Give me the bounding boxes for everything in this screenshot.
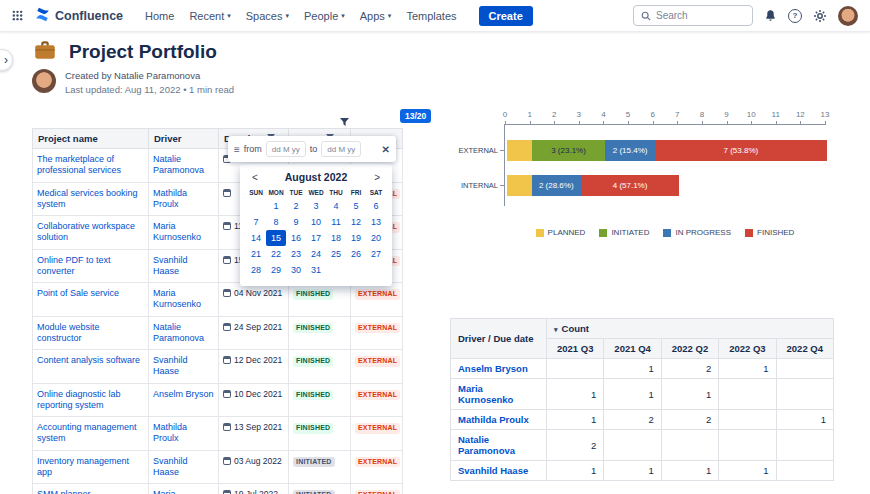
close-icon[interactable]: ✕	[382, 144, 390, 155]
driver-link[interactable]: Maria Kurnosenko	[153, 288, 201, 309]
calendar-day[interactable]: 19	[346, 230, 366, 246]
pivot-row: Svanhild Haase1111	[451, 461, 834, 481]
next-month-button[interactable]: >	[372, 172, 382, 183]
project-link[interactable]: Accounting management system	[37, 422, 137, 443]
confluence-brand[interactable]: Confluence	[35, 7, 123, 25]
column-header-project-name[interactable]: Project name	[33, 129, 149, 149]
pivot-quarter-header: 2021 Q3	[547, 339, 604, 359]
settings-gear-icon[interactable]	[813, 9, 827, 23]
search-box[interactable]	[633, 5, 753, 26]
calendar-day[interactable]: 11	[326, 214, 346, 230]
calendar-day[interactable]: 24	[306, 246, 326, 262]
calendar-day[interactable]: 18	[326, 230, 346, 246]
app-switcher-icon[interactable]	[12, 10, 23, 21]
calendar-grid: 1234567891011121314151617181920212223242…	[246, 198, 386, 278]
chart-x-ticks: 012345678910111213	[505, 110, 825, 124]
project-link[interactable]: Inventory management app	[37, 456, 129, 477]
calendar-day[interactable]: 17	[306, 230, 326, 246]
status-cell: FINISHED	[289, 283, 351, 317]
calendar-day[interactable]: 28	[246, 262, 266, 278]
pivot-driver-link[interactable]: Natalie Paramonova	[458, 434, 515, 456]
nav-item-templates[interactable]: Templates	[406, 10, 456, 22]
project-link[interactable]: SMM planner	[37, 489, 91, 494]
driver-link[interactable]: Maria Kurnosenko	[153, 221, 201, 242]
pivot-driver-link[interactable]: Maria Kurnosenko	[458, 383, 513, 405]
calendar-day[interactable]: 13	[366, 214, 386, 230]
calendar-day[interactable]: 15	[266, 230, 286, 246]
project-link[interactable]: The marketplace of professional services	[37, 154, 121, 175]
legend-item-planned: PLANNED	[536, 228, 586, 237]
prev-month-button[interactable]: <	[250, 172, 260, 183]
project-link[interactable]: Collaborative workspace solution	[37, 221, 135, 242]
nav-item-home[interactable]: Home	[145, 10, 174, 22]
nav-item-recent[interactable]: Recent▾	[189, 10, 230, 22]
date-from-input[interactable]	[266, 141, 306, 157]
calendar-day[interactable]: 20	[366, 230, 386, 246]
calendar-day[interactable]: 8	[266, 214, 286, 230]
nav-item-apps[interactable]: Apps▾	[360, 10, 392, 22]
driver-link[interactable]: Anselm Bryson	[153, 389, 214, 399]
project-link[interactable]: Module website constructor	[37, 322, 100, 343]
project-link[interactable]: Online diagnostic lab reporting system	[37, 389, 121, 410]
calendar-day[interactable]: 12	[346, 214, 366, 230]
search-input[interactable]	[656, 10, 745, 21]
calendar-day[interactable]: 6	[366, 198, 386, 214]
calendar-day[interactable]: 29	[266, 262, 286, 278]
calendar-day[interactable]: 27	[366, 246, 386, 262]
pivot-driver-link[interactable]: Mathilda Proulx	[458, 414, 529, 425]
weekday-label: THU	[326, 189, 346, 196]
calendar-day[interactable]: 5	[346, 198, 366, 214]
driver-cell: Maria Kurnosenko	[149, 216, 219, 250]
driver-link[interactable]: Maria Kurnosenko	[153, 489, 201, 494]
due-date-cell: 19 Jul 2022	[219, 484, 289, 494]
driver-link[interactable]: Mathilda Proulx	[153, 188, 187, 209]
help-icon[interactable]: ?	[788, 9, 802, 23]
driver-link[interactable]: Natalie Paramonova	[153, 154, 204, 175]
driver-link[interactable]: Svanhild Haase	[153, 355, 188, 376]
calendar-day[interactable]: 9	[286, 214, 306, 230]
calendar-day[interactable]: 4	[326, 198, 346, 214]
project-link[interactable]: Online PDF to text converter	[37, 255, 111, 276]
chevron-down-icon: ▾	[388, 12, 392, 20]
driver-link[interactable]: Natalie Paramonova	[153, 322, 204, 343]
calendar-day[interactable]: 14	[246, 230, 266, 246]
calendar-day[interactable]: 23	[286, 246, 306, 262]
pivot-driver-link[interactable]: Anselm Bryson	[458, 363, 528, 374]
calendar-day[interactable]: 25	[326, 246, 346, 262]
calendar-day[interactable]: 22	[266, 246, 286, 262]
calendar-day[interactable]: 3	[306, 198, 326, 214]
driver-link[interactable]: Svanhild Haase	[153, 456, 188, 477]
calendar-day[interactable]: 31	[306, 262, 326, 278]
calendar-day[interactable]: 2	[286, 198, 306, 214]
type-cell: EXTERNAL	[351, 383, 403, 417]
calendar-day[interactable]: 7	[246, 214, 266, 230]
calendar-day[interactable]: 16	[286, 230, 306, 246]
date-to-input[interactable]	[321, 141, 361, 157]
pivot-driver-link[interactable]: Svanhild Haase	[458, 465, 528, 476]
calendar-day[interactable]: 30	[286, 262, 306, 278]
calendar-day[interactable]: 10	[306, 214, 326, 230]
driver-link[interactable]: Svanhild Haase	[153, 255, 188, 276]
filter-funnel-icon[interactable]	[340, 113, 349, 131]
project-link[interactable]: Content analysis software	[37, 355, 140, 365]
author-avatar[interactable]	[32, 69, 56, 93]
column-header-driver[interactable]: Driver	[149, 129, 219, 149]
calendar-day[interactable]: 1	[266, 198, 286, 214]
pivot-count-header[interactable]: ▾Count	[547, 319, 834, 339]
nav-item-spaces[interactable]: Spaces▾	[246, 10, 289, 22]
calendar-day[interactable]: 21	[246, 246, 266, 262]
project-link[interactable]: Point of Sale service	[37, 288, 119, 298]
sidebar-expand-button[interactable]: ›	[0, 49, 13, 71]
calendar-day[interactable]: 26	[346, 246, 366, 262]
status-cell: FINISHED	[289, 350, 351, 384]
project-link[interactable]: Medical services booking system	[37, 188, 138, 209]
nav-item-people[interactable]: People▾	[304, 10, 345, 22]
user-avatar[interactable]	[838, 6, 858, 26]
notifications-bell-icon[interactable]	[764, 9, 777, 22]
pivot-value-cell: 1	[547, 461, 604, 481]
pivot-value-cell	[776, 379, 833, 410]
legend-item-in-progress: IN PROGRESS	[663, 228, 731, 237]
status-cell: FINISHED	[289, 383, 351, 417]
create-button[interactable]: Create	[479, 6, 533, 26]
driver-link[interactable]: Mathilda Proulx	[153, 422, 187, 443]
